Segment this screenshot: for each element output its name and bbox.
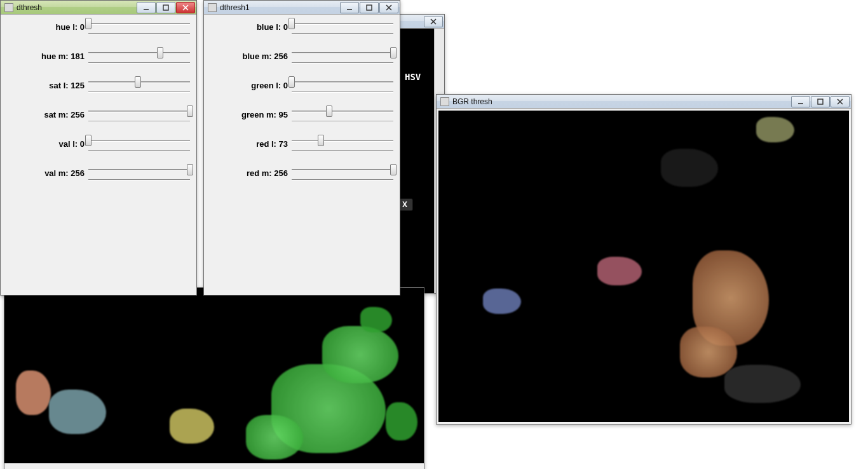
close-button[interactable] [379, 2, 398, 13]
slider-thumb-val_m[interactable] [187, 164, 193, 175]
bgr-titlebar[interactable]: BGR thresh [437, 95, 851, 109]
slider-val_l[interactable] [88, 135, 190, 153]
partial-close-button[interactable] [424, 16, 443, 27]
slider-thumb-red_m[interactable] [390, 164, 397, 175]
slider-row-blue_l: blue l: 0 [210, 20, 393, 34]
dthresh-window: dthresh hue l: 0hue m: 181sat l: 125sat … [0, 0, 197, 296]
minimize-button[interactable] [791, 96, 810, 107]
bgr-window: BGR thresh [436, 94, 851, 425]
app-icon [440, 97, 449, 106]
slider-thumb-blue_l[interactable] [288, 18, 295, 29]
slider-row-blue_m: blue m: 256 [210, 49, 393, 63]
slider-row-hue_m: hue m: 181 [7, 49, 190, 63]
partial-titlebar [395, 15, 444, 29]
slider-label-hue_m: hue m: 181 [7, 51, 88, 61]
slider-label-red_l: red l: 73 [210, 139, 292, 149]
slider-row-red_l: red l: 73 [210, 137, 393, 151]
dthresh1-titlebar[interactable]: dthresh1 [204, 1, 400, 15]
slider-label-sat_l: sat l: 125 [7, 81, 88, 90]
svg-rect-0 [163, 5, 168, 10]
slider-thumb-blue_m[interactable] [390, 47, 397, 58]
svg-rect-1 [367, 5, 372, 10]
dthresh1-window: dthresh1 blue l: 0blue m: 256green l: 0g… [203, 0, 400, 296]
slider-label-blue_l: blue l: 0 [210, 22, 292, 32]
slider-val_m[interactable] [88, 164, 190, 182]
maximize-button[interactable] [360, 2, 379, 13]
slider-hue_l[interactable] [88, 18, 190, 36]
slider-thumb-green_l[interactable] [288, 76, 295, 88]
slider-thumb-red_l[interactable] [318, 135, 324, 146]
slider-label-red_m: red m: 256 [210, 168, 292, 178]
slider-label-val_l: val l: 0 [7, 139, 88, 149]
slider-sat_l[interactable] [88, 76, 190, 94]
slider-red_l[interactable] [292, 135, 393, 153]
app-icon [4, 3, 13, 12]
slider-green_l[interactable] [292, 76, 393, 94]
slider-blue_m[interactable] [292, 47, 393, 65]
slider-blue_l[interactable] [292, 18, 393, 36]
slider-row-green_m: green m: 95 [210, 107, 393, 121]
svg-rect-2 [818, 99, 823, 104]
slider-thumb-sat_l[interactable] [135, 76, 141, 88]
minimize-button[interactable] [340, 2, 359, 13]
slider-sat_m[interactable] [88, 105, 190, 123]
dthresh1-title: dthresh1 [220, 3, 340, 12]
slider-label-val_m: val m: 256 [7, 168, 88, 178]
slider-label-hue_l: hue l: 0 [7, 22, 88, 32]
slider-hue_m[interactable] [88, 47, 190, 65]
slider-green_m[interactable] [292, 105, 393, 123]
slider-label-green_l: green l: 0 [210, 81, 292, 90]
slider-label-blue_m: blue m: 256 [210, 51, 292, 61]
hsv-result-window [4, 287, 424, 469]
slider-red_m[interactable] [292, 164, 393, 182]
bgr-title: BGR thresh [452, 97, 791, 106]
dthresh-title: dthresh [17, 3, 137, 12]
dthresh1-client: blue l: 0blue m: 256green l: 0green m: 9… [204, 15, 400, 295]
dthresh-client: hue l: 0hue m: 181sat l: 125sat m: 256va… [1, 15, 196, 295]
bgr-result-image [438, 111, 849, 422]
minimize-button[interactable] [137, 2, 156, 13]
partial-image: HSV [395, 29, 434, 293]
slider-row-red_m: red m: 256 [210, 166, 393, 180]
maximize-button[interactable] [156, 2, 175, 13]
dthresh-titlebar[interactable]: dthresh [1, 1, 196, 15]
slider-row-val_l: val l: 0 [7, 137, 190, 151]
app-icon [208, 3, 217, 12]
slider-row-sat_m: sat m: 256 [7, 107, 190, 121]
slider-thumb-green_m[interactable] [326, 105, 332, 117]
slider-thumb-sat_m[interactable] [187, 105, 193, 117]
slider-row-val_m: val m: 256 [7, 166, 190, 180]
slider-row-hue_l: hue l: 0 [7, 20, 190, 34]
slider-row-green_l: green l: 0 [210, 78, 393, 92]
hsv-result-image [4, 288, 424, 463]
maximize-button[interactable] [811, 96, 830, 107]
close-button[interactable] [831, 96, 850, 107]
slider-label-green_m: green m: 95 [210, 110, 292, 119]
hsv-overlay-text: HSV [405, 72, 421, 82]
slider-label-sat_m: sat m: 256 [7, 110, 88, 119]
slider-thumb-val_l[interactable] [85, 135, 92, 146]
slider-thumb-hue_m[interactable] [157, 47, 163, 58]
slider-thumb-hue_l[interactable] [85, 18, 92, 29]
close-button[interactable] [176, 2, 195, 13]
slider-row-sat_l: sat l: 125 [7, 78, 190, 92]
